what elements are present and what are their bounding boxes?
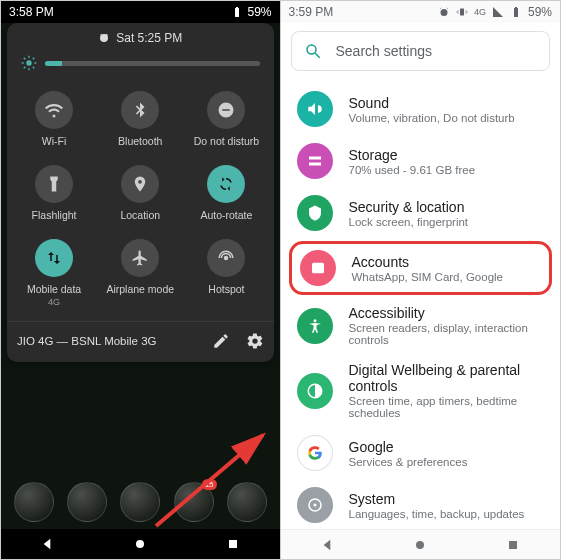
svg-point-15 [307, 45, 316, 54]
settings-row-a11y[interactable]: AccessibilityScreen readers, display, in… [281, 297, 561, 354]
row-title: Accessibility [349, 305, 547, 321]
row-title: System [349, 491, 525, 507]
svg-line-16 [315, 53, 320, 58]
qs-tile-wifi[interactable]: Wi-Fi [11, 85, 97, 153]
system-icon [306, 496, 324, 514]
row-subtitle: Screen readers, display, interaction con… [349, 322, 547, 346]
battery-percent: 59% [528, 5, 552, 19]
qs-header[interactable]: Sat 5:25 PM [7, 23, 274, 49]
home-icon[interactable] [412, 537, 428, 553]
qs-tile-dnd[interactable]: Do not disturb [183, 85, 269, 153]
svg-point-17 [310, 157, 312, 159]
brightness-icon [21, 55, 37, 71]
status-bar: 3:58 PM 59% [1, 1, 280, 23]
home-icon[interactable] [132, 536, 148, 552]
alarm-icon [98, 32, 110, 44]
search-icon [304, 42, 322, 60]
sound-icon [306, 100, 324, 118]
dock-app[interactable]: 15 [174, 482, 214, 522]
back-icon[interactable] [319, 537, 335, 553]
dock-app[interactable] [14, 482, 54, 522]
settings-row-wellbeing[interactable]: Digital Wellbeing & parental controlsScr… [281, 354, 561, 427]
svg-point-20 [316, 266, 319, 269]
settings-row-google[interactable]: GoogleServices & preferences [281, 427, 561, 479]
svg-point-13 [440, 9, 447, 16]
tile-label: Location [120, 209, 160, 221]
search-settings[interactable]: Search settings [291, 31, 551, 71]
tile-label: Do not disturb [194, 135, 259, 147]
storage-icon [306, 152, 324, 170]
svg-point-24 [313, 504, 316, 507]
svg-point-25 [416, 541, 424, 549]
quick-settings-panel: Sat 5:25 PM Wi-FiBluetoothDo not disturb… [7, 23, 274, 362]
svg-rect-26 [509, 541, 517, 549]
dnd-icon [217, 101, 235, 119]
tile-label: Mobile data [27, 283, 81, 295]
row-title: Sound [349, 95, 515, 111]
alarm-label: Sat 5:25 PM [116, 31, 182, 45]
settings-screen: 3:59 PM 4G 59% Search settings SoundVolu… [281, 1, 561, 559]
dock-app[interactable] [227, 482, 267, 522]
tile-sublabel: 4G [48, 297, 60, 307]
qs-tile-airplane[interactable]: Airplane mode [97, 233, 183, 313]
mobiledata-icon [45, 249, 63, 267]
quick-settings-screen: 3:58 PM 59% Sat 5:25 PM Wi-FiBluetoothDo… [1, 1, 281, 559]
qs-tile-bluetooth[interactable]: Bluetooth [97, 85, 183, 153]
settings-row-sound[interactable]: SoundVolume, vibration, Do not disturb [281, 83, 561, 135]
row-subtitle: Volume, vibration, Do not disturb [349, 112, 515, 124]
qs-tile-hotspot[interactable]: Hotspot [183, 233, 269, 313]
vibrate-icon [456, 6, 468, 18]
status-time: 3:58 PM [9, 5, 54, 19]
dock-app[interactable] [67, 482, 107, 522]
carrier-label: JIO 4G — BSNL Mobile 3G [17, 335, 157, 347]
tile-label: Hotspot [208, 283, 244, 295]
bluetooth-icon [131, 101, 149, 119]
qs-tile-mobiledata[interactable]: Mobile data4G [11, 233, 97, 313]
row-subtitle: Screen time, app timers, bedtime schedul… [349, 395, 547, 419]
google-icon [306, 444, 324, 462]
hotspot-icon [217, 249, 235, 267]
dock-app-drawer[interactable] [120, 482, 160, 522]
settings-row-security[interactable]: Security & locationLock screen, fingerpr… [281, 187, 561, 239]
svg-point-9 [224, 256, 229, 261]
status-bar: 3:59 PM 4G 59% [281, 1, 561, 23]
settings-row-storage[interactable]: Storage70% used - 9.61 GB free [281, 135, 561, 187]
tile-label: Bluetooth [118, 135, 162, 147]
flashlight-icon [45, 175, 63, 193]
brightness-slider[interactable] [7, 49, 274, 81]
row-title: Storage [349, 147, 476, 163]
qs-tile-flashlight[interactable]: Flashlight [11, 159, 97, 227]
wifi-icon [45, 101, 63, 119]
row-title: Security & location [349, 199, 469, 215]
qs-tile-location[interactable]: Location [97, 159, 183, 227]
svg-line-5 [24, 58, 25, 59]
recent-icon[interactable] [505, 537, 521, 553]
battery-percent: 59% [247, 5, 271, 19]
settings-row-accounts[interactable]: AccountsWhatsApp, SIM Card, Google [289, 241, 553, 295]
row-subtitle: Lock screen, fingerprint [349, 216, 469, 228]
notification-badge: 15 [202, 479, 217, 490]
accounts-icon [309, 259, 327, 277]
back-icon[interactable] [39, 536, 55, 552]
qs-tile-autorotate[interactable]: Auto-rotate [183, 159, 269, 227]
svg-rect-11 [229, 540, 237, 548]
a11y-icon [306, 317, 324, 335]
search-placeholder: Search settings [336, 43, 433, 59]
alarm-icon [438, 6, 450, 18]
settings-row-system[interactable]: SystemLanguages, time, backup, updates [281, 479, 561, 531]
svg-line-8 [33, 58, 34, 59]
row-subtitle: Services & preferences [349, 456, 468, 468]
network-label: 4G [474, 7, 486, 17]
svg-line-7 [24, 67, 25, 68]
settings-gear-icon[interactable] [246, 332, 264, 350]
battery-icon [231, 6, 243, 18]
edit-icon[interactable] [212, 332, 230, 350]
recent-icon[interactable] [225, 536, 241, 552]
tile-label: Airplane mode [106, 283, 174, 295]
battery-icon [510, 6, 522, 18]
row-subtitle: WhatsApp, SIM Card, Google [352, 271, 503, 283]
svg-point-21 [313, 319, 316, 322]
tile-label: Auto-rotate [200, 209, 252, 221]
location-icon [131, 175, 149, 193]
svg-point-10 [136, 540, 144, 548]
